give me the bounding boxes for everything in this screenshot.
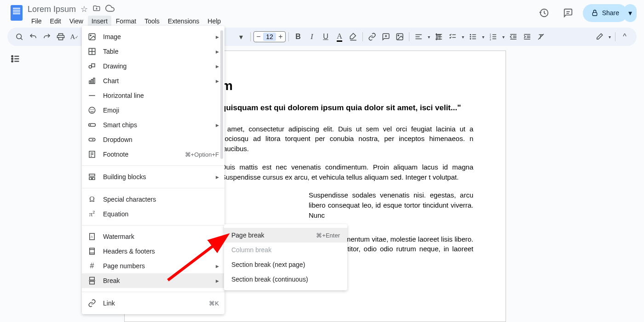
bold-button[interactable]: B [292,30,305,43]
indent-increase-button[interactable] [521,30,534,43]
break-section-break-next-page-[interactable]: Section break (next page) [224,257,347,272]
cloud-status-icon[interactable] [105,4,115,15]
highlight-button[interactable] [347,30,360,43]
svg-point-47 [90,35,91,36]
menu-tools[interactable]: Tools [141,16,163,27]
share-label: Share [602,9,619,17]
insert-image[interactable]: Image ▸ [82,29,224,44]
italic-button[interactable]: I [305,30,318,43]
text-color-button[interactable]: A [333,30,346,43]
insert-image-button[interactable] [393,30,406,43]
svg-rect-55 [93,78,95,84]
star-icon[interactable]: ☆ [80,4,88,14]
chevron-right-icon: ▸ [216,121,219,129]
styles-caret[interactable]: ▾ [235,30,247,43]
chevron-right-icon: ▸ [216,62,219,70]
insert-table[interactable]: Table ▸ [82,44,224,59]
editing-mode-button[interactable] [593,30,606,43]
insert-footnote[interactable]: Footnote ⌘+Option+F [82,147,224,162]
svg-text:A: A [91,235,93,239]
insert-link-button[interactable] [366,30,379,43]
insert-special-characters[interactable]: Ω Special characters [82,192,224,207]
svg-rect-67 [89,174,95,176]
svg-point-19 [470,34,471,35]
spellcheck-button[interactable]: A✓ [68,30,81,43]
font-size-value[interactable]: 12 [263,33,276,41]
pi-icon: π2 [87,210,97,218]
svg-line-4 [21,38,23,40]
comments-icon[interactable] [559,4,577,22]
move-icon[interactable] [92,4,101,15]
font-size-control: − 12 + [253,31,286,42]
editing-caret[interactable]: ▾ [607,30,612,43]
print-button[interactable] [54,30,67,43]
svg-rect-69 [92,178,95,180]
menu-insert[interactable]: Insert [88,16,111,27]
insert-emoji[interactable]: Emoji [82,103,224,118]
menu-extensions[interactable]: Extensions [164,16,203,27]
insert-dropdown[interactable]: Dropdown [82,132,224,147]
insert-link[interactable]: Link ⌘K [82,296,224,311]
align-button[interactable] [412,30,425,43]
undo-button[interactable] [27,30,40,43]
svg-rect-2 [592,12,597,16]
insert-menu-dropdown: Image ▸ Table ▸ Drawing ▸ Chart ▸ Horizo… [82,26,224,314]
numbered-caret[interactable]: ▾ [500,30,506,43]
svg-point-42 [12,58,13,60]
menu-format[interactable]: Format [112,16,140,27]
share-caret-button[interactable]: ▾ [624,4,637,22]
checklist-caret[interactable]: ▾ [460,30,466,43]
svg-rect-76 [90,282,95,284]
font-size-increase[interactable]: + [276,32,285,42]
insert-watermark[interactable]: A Watermark [82,229,224,244]
font-size-decrease[interactable]: − [254,32,263,42]
break-page-break[interactable]: Page break⌘+Enter [224,228,347,243]
hline-icon [87,91,97,100]
checklist-button[interactable] [446,30,459,43]
docs-logo[interactable] [7,4,26,22]
doc-quote: quisquam est qui dolorem ipsum quia dolo… [221,102,473,114]
bulleted-list-button[interactable] [466,30,479,43]
insert-chart[interactable]: Chart ▸ [82,73,224,88]
watermark-icon: A [87,232,97,241]
underline-button[interactable]: U [319,30,332,43]
menu-edit[interactable]: Edit [46,16,65,27]
link-icon [87,299,97,307]
title-area: Lorem Ipsum ☆ File Edit View Insert Form… [28,4,535,27]
search-button[interactable] [13,30,26,43]
align-caret[interactable]: ▾ [426,30,431,43]
redo-button[interactable] [40,30,53,43]
footnote-icon [87,150,97,158]
chevron-right-icon: ▸ [216,262,219,270]
outline-button[interactable] [7,51,24,67]
insert-smart-chips[interactable]: Smart chips ▸ [82,118,224,132]
insert-page-numbers[interactable]: # Page numbers ▸ [82,259,224,273]
share-button[interactable]: Share [583,4,627,22]
break-column-break: Column break [224,243,347,257]
menu-file[interactable]: File [28,16,46,27]
insert-equation[interactable]: π2 Equation [82,207,224,221]
lock-icon [591,9,598,17]
pagenum-icon: # [87,262,97,270]
collapse-toolbar-button[interactable]: ^ [618,30,631,43]
numbered-list-button[interactable]: 123 [487,30,500,43]
svg-point-3 [17,34,22,39]
menu-view[interactable]: View [66,16,87,27]
history-icon[interactable] [535,4,553,22]
clear-formatting-button[interactable] [535,30,547,43]
add-comment-button[interactable] [380,30,392,43]
svg-point-40 [12,56,13,57]
document-title[interactable]: Lorem Ipsum [28,5,76,14]
bulleted-caret[interactable]: ▾ [480,30,486,43]
break-submenu: Page break⌘+EnterColumn breakSection bre… [224,224,347,290]
insert-headers-footers[interactable]: Headers & footers [82,244,224,259]
menu-help[interactable]: Help [204,16,224,27]
indent-decrease-button[interactable] [507,30,520,43]
break-section-break-continuous-[interactable]: Section break (continuous) [224,272,347,287]
insert-break[interactable]: Break ▸ [82,273,224,288]
insert-drawing[interactable]: Drawing ▸ [82,59,224,73]
line-spacing-button[interactable] [432,30,445,43]
insert-horizontal-line[interactable]: Horizontal line [82,88,224,103]
insert-building-blocks[interactable]: Building blocks ▸ [82,169,224,184]
headers-icon [87,247,97,255]
